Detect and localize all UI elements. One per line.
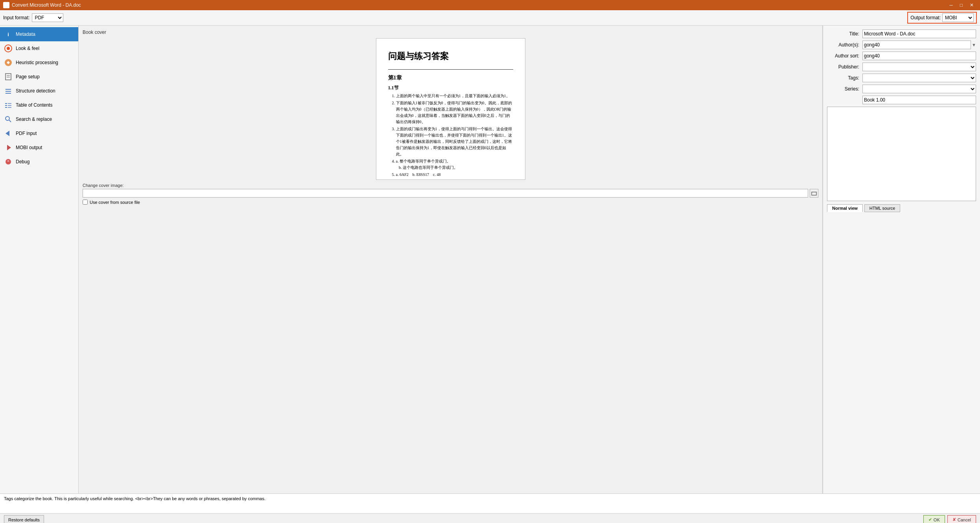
svg-point-17 <box>6 116 9 120</box>
list-item: 下面的输入1被非门饭反为0，使得与门的输出变为0。因此，底部的两个输入均为0（已… <box>396 100 513 125</box>
series-select[interactable] <box>862 85 976 93</box>
list-item: a. 01011111110110010111 b. 0110000100001… <box>396 179 513 180</box>
sidebar-item-page-setup[interactable]: Page setup <box>0 70 78 84</box>
svg-rect-5 <box>6 74 11 80</box>
title-row: Title: <box>827 30 976 38</box>
svg-point-3 <box>7 47 10 50</box>
heuristic-icon <box>4 58 13 67</box>
mobi-output-icon <box>4 143 13 152</box>
series-label: Series: <box>827 86 862 92</box>
title-label: Title: <box>827 31 862 37</box>
sidebar-item-look-feel[interactable]: Look & feel <box>0 41 78 55</box>
html-source-tab[interactable]: HTML source <box>864 204 901 212</box>
svg-text:W: W <box>5 4 8 7</box>
sidebar-item-mobi-output[interactable]: MOBI output <box>0 140 78 155</box>
close-button[interactable]: ✕ <box>967 2 977 9</box>
svg-line-18 <box>9 120 11 122</box>
pdf-input-icon <box>4 129 13 138</box>
sidebar: i Metadata Look & feel Heuristic process… <box>0 26 79 493</box>
book-cover-heading: 问题与练习答案 <box>388 50 513 62</box>
window-controls[interactable]: ─ □ ✕ <box>946 2 977 9</box>
metadata-pane: Title: Author(s): ▼ Author sort: Publish… <box>823 26 980 493</box>
toolbar: Input format: PDF Output format: MOBI <box>0 10 980 26</box>
metadata-content-area <box>827 107 976 201</box>
section11-list: 上面的两个输入中至只有一个必须为1，且最下面的输入必须为1。 下面的输入1被非门… <box>388 93 513 180</box>
input-format-select[interactable]: PDF <box>32 13 63 22</box>
author-sort-label: Author sort: <box>827 53 862 59</box>
ok-checkmark-icon: ✔ <box>928 517 932 522</box>
title-bar: W Convert Microsoft Word - DA.doc ─ □ ✕ <box>0 0 980 10</box>
folder-icon <box>811 190 817 196</box>
sidebar-label-toc: Table of Contents <box>16 102 52 108</box>
normal-view-tab[interactable]: Normal view <box>827 204 863 212</box>
preview-pane: Book cover 问题与练习答案 第1章 1.1节 上面的两个输入中至只有一… <box>79 26 823 493</box>
output-format-box: Output format: MOBI <box>907 12 977 24</box>
sidebar-item-toc[interactable]: Table of Contents <box>0 98 78 112</box>
change-cover-input[interactable] <box>83 189 808 198</box>
authors-label: Author(s): <box>827 42 862 48</box>
preview-title: Book cover <box>83 30 818 35</box>
sidebar-label-metadata: Metadata <box>16 31 35 37</box>
sidebar-item-metadata[interactable]: i Metadata <box>0 27 78 41</box>
sidebar-label-pdf-input: PDF input <box>16 131 37 136</box>
app-title: Convert Microsoft Word - DA.doc <box>12 2 81 8</box>
page-setup-icon <box>4 72 13 81</box>
section11-heading: 1.1节 <box>388 85 513 91</box>
sidebar-label-look-feel: Look & feel <box>16 46 39 51</box>
use-cover-label: Use cover from source file <box>90 200 140 205</box>
tags-row: Tags: <box>827 74 976 82</box>
debug-icon <box>4 157 13 166</box>
book-number-input[interactable] <box>862 96 976 104</box>
sidebar-item-heuristic[interactable]: Heuristic processing <box>0 55 78 70</box>
change-cover-section: Change cover image: Use cover from sourc… <box>83 183 818 205</box>
cover-divider <box>388 69 513 70</box>
restore-defaults-button[interactable]: Restore defaults <box>4 515 44 523</box>
cancel-button[interactable]: ✘ Cancel <box>947 515 976 523</box>
sidebar-label-search-replace: Search & replace <box>16 116 52 122</box>
description-text: Tags categorize the book. This is partic… <box>4 496 265 501</box>
app-icon: W <box>3 2 9 8</box>
action-bar: Restore defaults ✔ OK ✘ Cancel <box>0 513 980 523</box>
list-item: 上面的或门输出将变为1，使得上面的与门得到一个输出。这会使得下面的或门得到一个输… <box>396 126 513 157</box>
use-cover-row: Use cover from source file <box>83 200 818 205</box>
maximize-button[interactable]: □ <box>957 2 966 9</box>
browse-button[interactable] <box>810 189 818 198</box>
sidebar-item-debug[interactable]: Debug <box>0 155 78 169</box>
sidebar-label-mobi-output: MOBI output <box>16 145 42 150</box>
metadata-icon: i <box>4 30 13 39</box>
change-cover-label: Change cover image: <box>83 183 818 188</box>
ok-button[interactable]: ✔ OK <box>923 515 945 523</box>
svg-point-20 <box>6 159 11 164</box>
cancel-label: Cancel <box>958 517 971 522</box>
publisher-row: Publisher: <box>827 63 976 71</box>
title-input[interactable] <box>862 30 976 38</box>
list-item: a. 整个电路等同于单个异或门。 b. 这个电路也等同于单个异或门。 <box>396 158 513 171</box>
authors-input[interactable] <box>862 41 971 49</box>
publisher-label: Publisher: <box>827 64 862 70</box>
output-format-label: Output format: <box>910 15 941 20</box>
publisher-select[interactable] <box>862 63 976 71</box>
minimize-button[interactable]: ─ <box>946 2 956 9</box>
use-cover-checkbox[interactable] <box>83 200 88 205</box>
look-feel-icon <box>4 44 13 53</box>
tags-label: Tags: <box>827 75 862 81</box>
sidebar-item-structure[interactable]: Structure detection <box>0 84 78 98</box>
structure-icon <box>4 87 13 95</box>
tags-select[interactable] <box>862 74 976 82</box>
authors-dropdown[interactable]: ▼ <box>972 43 976 47</box>
content-area: Book cover 问题与练习答案 第1章 1.1节 上面的两个输入中至只有一… <box>79 26 980 493</box>
authors-row: Author(s): ▼ <box>827 41 976 49</box>
series-row: Series: <box>827 85 976 93</box>
book-number-row <box>827 96 976 104</box>
sidebar-item-pdf-input[interactable]: PDF input <box>0 126 78 140</box>
toc-icon <box>4 101 13 109</box>
action-buttons: ✔ OK ✘ Cancel <box>923 515 976 523</box>
sidebar-label-heuristic: Heuristic processing <box>16 60 58 65</box>
description-bar: Tags categorize the book. This is partic… <box>0 493 980 513</box>
author-sort-row: Author sort: <box>827 52 976 60</box>
list-item: a. 6AF2 b. E8SS17 c. 48 <box>396 172 513 178</box>
ok-label: OK <box>934 517 940 522</box>
sidebar-item-search-replace[interactable]: Search & replace <box>0 112 78 126</box>
output-format-select[interactable]: MOBI <box>942 13 974 22</box>
author-sort-input[interactable] <box>862 52 976 60</box>
